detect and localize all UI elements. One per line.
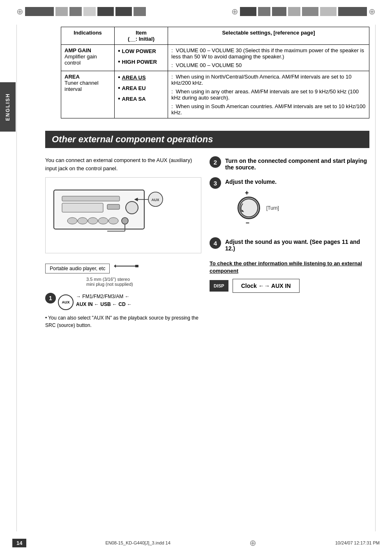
step3-content: Adjust the volume. + (225, 177, 369, 231)
car-stereo-svg: AUX (50, 182, 165, 248)
cell-amp-gain-settings: : VOLUME 00 – VOLUME 30 (Select this if … (168, 45, 369, 71)
color-block-5 (97, 7, 114, 16)
disp-clock-row: DISP Clock ←→ AUX IN (210, 279, 369, 293)
table-header-settings: Selectable settings, [reference page] (168, 27, 369, 45)
cell-amp-gain-indication: AMP GAIN Amplifier gain control (61, 45, 115, 71)
table-header-indications: Indications (61, 27, 115, 45)
cell-amp-gain-items: •LOW POWER •HIGH POWER (115, 45, 168, 71)
color-block-r5 (302, 7, 318, 16)
color-block-r6 (320, 7, 337, 16)
color-block-7 (134, 7, 146, 16)
right-column: 2 Turn on the connected component and st… (210, 156, 369, 329)
section-banner: Other external component operations (45, 131, 369, 148)
aux-circle-icon: AUX (58, 294, 74, 310)
svg-point-19 (240, 199, 258, 217)
plug-label: 3.5 mm (3/16") stereo mini plug (not sup… (86, 277, 201, 287)
svg-point-6 (78, 218, 88, 224)
cable-arrow (114, 262, 138, 271)
disp-button: DISP (210, 280, 228, 292)
side-language-label: ENGLISH (0, 82, 16, 132)
color-block-2 (55, 7, 68, 16)
table-row-amp-gain: AMP GAIN Amplifier gain control •LOW POW… (61, 45, 369, 71)
volume-knob-area: + – [Turn] (238, 188, 369, 227)
table-row-area: AREA Tuner channel interval •AREA US •AR… (61, 71, 369, 118)
footer-crosshair: ⊕ (249, 538, 256, 548)
step1-content: AUX → FM1/FM2/FM3/AM ← AUX IN ← USB ← CD… (58, 293, 201, 310)
svg-text:AUX: AUX (151, 198, 159, 202)
top-color-blocks (25, 7, 230, 16)
page-footer: 14 EN08-15_KD-G440[J]_3.indd 14 ⊕ 10/24/… (0, 538, 392, 548)
color-block-4 (83, 7, 96, 16)
svg-point-5 (67, 218, 77, 224)
clock-aux-display: Clock ←→ AUX IN (233, 279, 300, 293)
volume-knob-circle (238, 197, 260, 219)
step1-indicator: 1 (45, 293, 56, 303)
right-margin-rule (375, 25, 376, 531)
color-block-r7 (338, 7, 367, 16)
cell-area-items: •AREA US •AREA EU •AREA SA (115, 71, 168, 118)
svg-point-10 (122, 218, 128, 224)
svg-point-7 (88, 218, 98, 224)
two-column-layout: You can connect an external component to… (45, 156, 369, 329)
color-block-3 (69, 7, 82, 16)
settings-table: Indications Item (__: Initial) Selectabl… (61, 27, 369, 118)
step2-indicator: 2 (210, 156, 221, 168)
svg-rect-18 (135, 265, 138, 267)
color-block-r1 (240, 7, 256, 16)
step4-content: Adjust the sound as you want. (See pages… (225, 237, 369, 252)
svg-rect-3 (107, 204, 120, 209)
check-info-title: To check the other information while lis… (210, 260, 369, 275)
source-selection-arrows: → FM1/FM2/FM3/AM ← AUX IN ← USB ← CD ← (76, 293, 132, 308)
reg-crosshair-center: ⊕ (231, 7, 238, 16)
svg-rect-1 (62, 196, 120, 201)
footer-right-text: 10/24/07 12:17:31 PM (335, 540, 380, 545)
svg-point-9 (108, 218, 118, 224)
left-margin-rule (16, 25, 17, 531)
color-block-r4 (288, 7, 300, 16)
color-block-r3 (272, 7, 286, 16)
volume-knob: + – (238, 197, 260, 219)
color-block-r2 (258, 7, 270, 16)
reg-crosshair-left: ⊕ (16, 7, 23, 16)
reg-crosshair-right: ⊕ (369, 7, 376, 16)
step1-area: 1 AUX → FM1/FM2/FM3/AM ← AUX IN ← USB ← … (45, 293, 201, 310)
color-block-1 (25, 7, 54, 16)
top-registration-bar: ⊕ ⊕ ⊕ (0, 0, 392, 23)
step3-indicator: 3 (210, 177, 221, 189)
step4: 4 Adjust the sound as you want. (See pag… (210, 237, 369, 252)
table-header-item: Item (__: Initial) (115, 27, 168, 45)
step2: 2 Turn on the connected component and st… (210, 156, 369, 171)
car-stereo-diagram: AUX (45, 177, 201, 253)
color-block-6 (115, 7, 132, 16)
intro-text: You can connect an external component to… (45, 156, 201, 172)
step3: 3 Adjust the volume. + (210, 177, 369, 231)
portable-device-label: Portable audio player, etc (45, 264, 110, 273)
page-number: 14 (12, 539, 26, 547)
top-right-color-blocks (240, 7, 367, 16)
step4-indicator: 4 (210, 237, 221, 249)
portable-device-area: Portable audio player, etc (45, 259, 201, 273)
svg-point-8 (98, 218, 108, 224)
check-info-section: To check the other information while lis… (210, 260, 369, 293)
left-column: You can connect an external component to… (45, 156, 201, 329)
cell-area-settings: : When using in North/Central/South Amer… (168, 71, 369, 118)
svg-rect-2 (62, 203, 103, 212)
bullet-note: • You can also select "AUX IN" as the pl… (45, 314, 201, 329)
step2-content: Turn on the connected component and star… (225, 156, 369, 171)
svg-point-4 (126, 202, 138, 214)
svg-marker-17 (114, 264, 116, 268)
turn-label: [Turn] (266, 205, 279, 211)
cell-area-indication: AREA Tuner channel interval (61, 71, 115, 118)
footer-left-text: EN08-15_KD-G440[J]_3.indd 14 (105, 540, 170, 545)
